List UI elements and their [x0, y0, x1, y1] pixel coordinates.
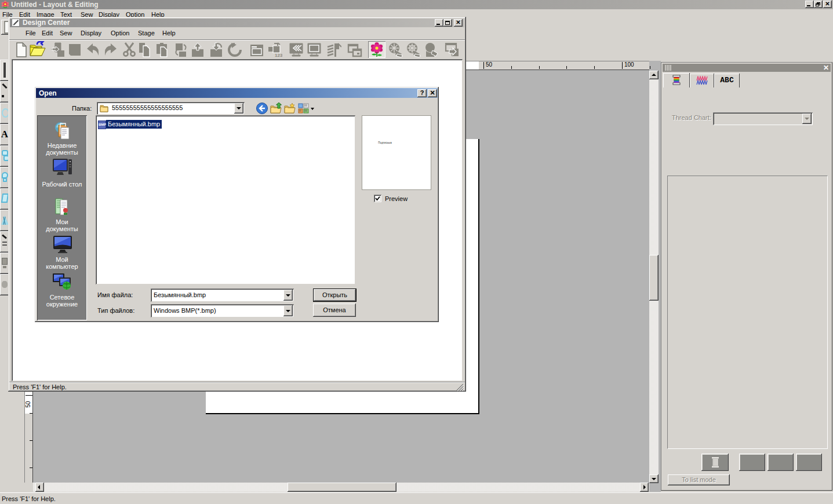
svg-text:123: 123 [275, 53, 282, 57]
